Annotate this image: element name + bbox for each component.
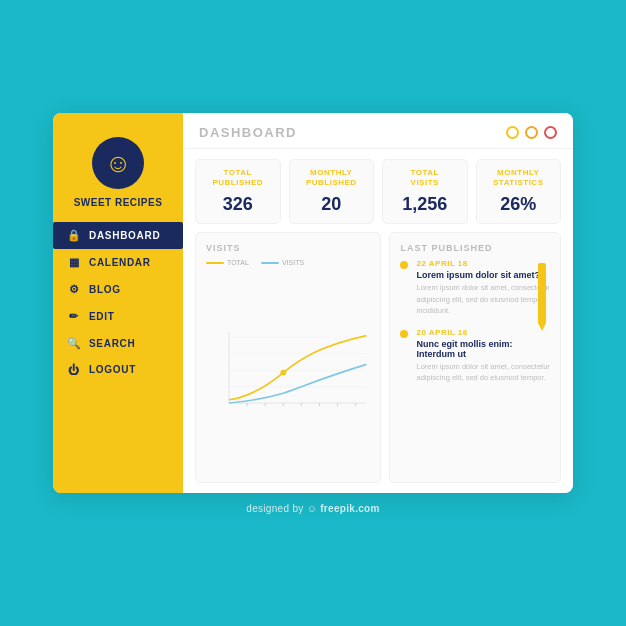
main-header: DASHBOARD xyxy=(183,113,573,149)
sidebar-label-blog: BLOG xyxy=(89,284,121,295)
stat-card-0: TOTALPUBLISHED326 xyxy=(195,159,281,225)
pub-headline-2: Nunc egit mollis enim: Interdum ut xyxy=(416,339,550,359)
page-title: DASHBOARD xyxy=(199,125,297,140)
pub-headline-1: Lorem ipsum dolor sit amet? xyxy=(416,270,550,280)
header-actions xyxy=(506,126,557,139)
search-icon: 🔍 xyxy=(67,337,81,350)
pub-content-1: 22 APRIL 18 Lorem ipsum dolor sit amet? … xyxy=(416,259,550,316)
bottom-panels: VISITS TOTAL VISITS xyxy=(183,232,573,492)
visits-chart xyxy=(206,272,370,473)
blog-icon: ⚙ xyxy=(67,283,81,296)
pub-date-2: 20 APRIL 18 xyxy=(416,328,550,337)
stat-card-1: MONTHLYPUBLISHED20 xyxy=(289,159,375,225)
legend-visits-label: VISITS xyxy=(282,259,304,266)
sidebar-item-edit[interactable]: ✏EDIT xyxy=(53,303,183,330)
visits-panel: VISITS TOTAL VISITS xyxy=(195,232,381,482)
pub-item-2: 20 APRIL 18 Nunc egit mollis enim: Inter… xyxy=(400,328,550,384)
pub-content-2: 20 APRIL 18 Nunc egit mollis enim: Inter… xyxy=(416,328,550,384)
sidebar-label-edit: EDIT xyxy=(89,311,115,322)
footer-credit: designed by ☺ freepik.com xyxy=(246,503,379,514)
svg-point-13 xyxy=(280,370,286,376)
pub-body-2: Lorem ipsum dolor sit amet, consectetur … xyxy=(416,361,550,384)
sidebar-item-calendar[interactable]: ▦CALENDAR xyxy=(53,249,183,276)
stat-label-3: MONTHLYSTATISTICS xyxy=(493,168,543,189)
sidebar-label-search: SEARCH xyxy=(89,338,135,349)
user-icon: ☺ xyxy=(105,150,132,176)
stat-label-0: TOTALPUBLISHED xyxy=(212,168,263,189)
dot-yellow xyxy=(506,126,519,139)
stat-card-3: MONTHLYSTATISTICS26% xyxy=(476,159,562,225)
pencil-tip xyxy=(538,323,546,331)
pub-body-1: Lorem ipsum dolor sit amet, consectetur … xyxy=(416,282,550,316)
main-content: DASHBOARD TOTALPUBLISHED326MONTHLYPUBLIS… xyxy=(183,113,573,493)
last-published-title: LAST PUBLISHED xyxy=(400,243,550,253)
stat-value-3: 26% xyxy=(500,194,536,215)
pub-dot-1 xyxy=(400,261,408,269)
dot-red xyxy=(544,126,557,139)
sidebar-item-dashboard[interactable]: 🔒DASHBOARD xyxy=(53,222,183,249)
stat-label-1: MONTHLYPUBLISHED xyxy=(306,168,357,189)
pub-item-1: 22 APRIL 18 Lorem ipsum dolor sit amet? … xyxy=(400,259,550,316)
sidebar-nav: 🔒DASHBOARD▦CALENDAR⚙BLOG✏EDIT🔍SEARCH⏻LOG… xyxy=(53,222,183,383)
stat-value-2: 1,256 xyxy=(402,194,447,215)
sidebar-label-calendar: CALENDAR xyxy=(89,257,151,268)
chart-legend: TOTAL VISITS xyxy=(206,259,370,266)
sidebar-label-logout: LOGOUT xyxy=(89,364,136,375)
logout-icon: ⏻ xyxy=(67,364,81,376)
footer-brand: freepik.com xyxy=(320,503,379,514)
pub-dot-2 xyxy=(400,330,408,338)
pub-date-1: 22 APRIL 18 xyxy=(416,259,550,268)
stat-value-1: 20 xyxy=(321,194,341,215)
sidebar-item-search[interactable]: 🔍SEARCH xyxy=(53,330,183,357)
chart-area xyxy=(206,272,370,473)
stat-cards: TOTALPUBLISHED326MONTHLYPUBLISHED20TOTAL… xyxy=(183,149,573,233)
pencil-icon xyxy=(538,263,546,323)
sidebar-item-logout[interactable]: ⏻LOGOUT xyxy=(53,357,183,383)
brand-title: SWEET RECIPES xyxy=(74,197,163,208)
dashboard-container: ☺ SWEET RECIPES 🔒DASHBOARD▦CALENDAR⚙BLOG… xyxy=(53,113,573,493)
visits-panel-title: VISITS xyxy=(206,243,370,253)
avatar: ☺ xyxy=(92,137,144,189)
edit-icon: ✏ xyxy=(67,310,81,323)
sidebar-item-blog[interactable]: ⚙BLOG xyxy=(53,276,183,303)
sidebar: ☺ SWEET RECIPES 🔒DASHBOARD▦CALENDAR⚙BLOG… xyxy=(53,113,183,493)
legend-total-label: TOTAL xyxy=(227,259,249,266)
stat-label-2: TOTALVISITS xyxy=(411,168,439,189)
dashboard-icon: 🔒 xyxy=(67,229,81,242)
stat-card-2: TOTALVISITS1,256 xyxy=(382,159,468,225)
legend-visits: VISITS xyxy=(261,259,304,266)
sidebar-label-dashboard: DASHBOARD xyxy=(89,230,160,241)
legend-total: TOTAL xyxy=(206,259,249,266)
stat-value-0: 326 xyxy=(223,194,253,215)
calendar-icon: ▦ xyxy=(67,256,81,269)
last-published-panel: LAST PUBLISHED 22 APRIL 18 Lorem ipsum d… xyxy=(389,232,561,482)
dot-orange xyxy=(525,126,538,139)
